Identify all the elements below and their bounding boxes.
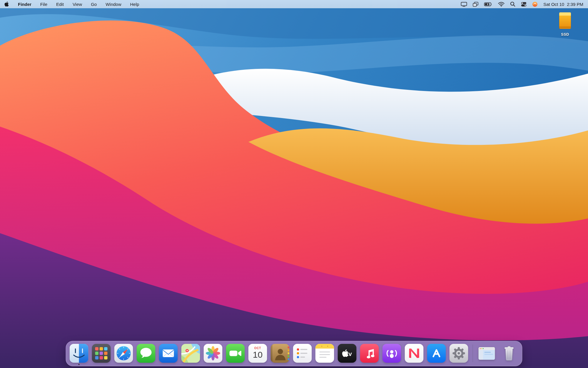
wifi-icon[interactable]	[498, 2, 505, 7]
dock-item-podcasts[interactable]	[382, 344, 401, 363]
dock-item-mail[interactable]	[159, 344, 178, 363]
dock-item-maps[interactable]	[181, 344, 200, 363]
messages-icon	[137, 344, 156, 363]
system-preferences-icon	[450, 344, 468, 363]
dock-item-calendar[interactable]: OCT 10	[248, 344, 267, 363]
menu-time: 2:39 PM	[567, 2, 583, 7]
dock-item-notes[interactable]	[315, 344, 334, 363]
dock-item-trash[interactable]	[500, 344, 519, 363]
display-icon[interactable]	[461, 2, 467, 7]
apple-tv-icon: tv	[338, 344, 357, 363]
menu-bar-left: Finder File Edit View Go Window Help	[4, 1, 139, 8]
menu-go[interactable]: Go	[91, 2, 97, 7]
dock-item-minimized-window[interactable]	[477, 344, 496, 363]
dock-item-contacts[interactable]	[271, 344, 290, 363]
dock-item-finder[interactable]	[70, 344, 88, 363]
menu-help[interactable]: Help	[130, 2, 139, 7]
dock-item-launchpad[interactable]	[92, 344, 111, 363]
battery-charging-icon[interactable]	[484, 2, 492, 6]
dock-item-facetime[interactable]	[226, 344, 245, 363]
dock-item-safari[interactable]	[114, 344, 133, 363]
drive-label: SSD	[561, 32, 569, 37]
safari-icon	[114, 344, 133, 363]
reminders-icon	[293, 344, 312, 363]
calendar-month: OCT	[254, 347, 261, 350]
podcasts-icon	[382, 344, 401, 363]
wallpaper-image	[0, 0, 588, 368]
apple-logo-icon	[4, 1, 9, 8]
calendar-icon: OCT 10	[248, 344, 267, 363]
app-menu-finder[interactable]: Finder	[18, 2, 31, 7]
dock: OCT 10	[66, 341, 522, 366]
dock-item-reminders[interactable]	[293, 344, 312, 363]
desktop-icon-ssd[interactable]: SSD	[554, 12, 576, 37]
dock-item-music[interactable]	[360, 344, 379, 363]
music-icon	[360, 344, 379, 363]
notes-icon	[315, 344, 334, 363]
running-indicator	[78, 364, 80, 365]
dock-separator	[473, 344, 473, 362]
menu-clock[interactable]: Sat Oct 10 2:39 PM	[543, 2, 583, 7]
maps-icon	[181, 344, 200, 363]
control-center-icon[interactable]	[521, 1, 527, 7]
finder-icon	[70, 344, 88, 363]
menubar-app-icon[interactable]	[532, 1, 538, 7]
calendar-day: 10	[253, 350, 263, 359]
dock-item-app-store[interactable]	[427, 344, 446, 363]
macos-desktop: Finder File Edit View Go Window Help	[0, 0, 588, 368]
dock-item-system-preferences[interactable]	[450, 344, 468, 363]
menu-bar: Finder File Edit View Go Window Help	[0, 0, 588, 8]
dock-item-photos[interactable]	[204, 344, 223, 363]
windows-icon[interactable]	[473, 2, 478, 7]
dock-item-messages[interactable]	[137, 344, 156, 363]
menu-edit[interactable]: Edit	[56, 2, 64, 7]
menu-window[interactable]: Window	[106, 2, 121, 7]
menu-date: Sat Oct 10	[543, 2, 564, 7]
menu-view[interactable]: View	[73, 2, 82, 7]
app-store-icon	[427, 344, 446, 363]
contacts-icon	[271, 344, 290, 363]
menu-bar-status: Sat Oct 10 2:39 PM	[461, 1, 583, 7]
dock-item-news[interactable]	[405, 344, 424, 363]
news-icon	[405, 344, 424, 363]
mail-icon	[159, 344, 178, 363]
launchpad-icon	[92, 344, 111, 363]
spotlight-search-icon[interactable]	[510, 1, 515, 7]
minimized-window-thumbnail	[477, 344, 496, 363]
photos-icon	[204, 344, 223, 363]
facetime-icon	[226, 344, 245, 363]
trash-icon	[500, 344, 519, 363]
apple-menu[interactable]	[4, 1, 9, 8]
menu-file[interactable]: File	[40, 2, 47, 7]
tv-label: tv	[346, 350, 352, 357]
external-drive-icon	[557, 12, 573, 31]
dock-item-tv[interactable]: tv	[338, 344, 357, 363]
